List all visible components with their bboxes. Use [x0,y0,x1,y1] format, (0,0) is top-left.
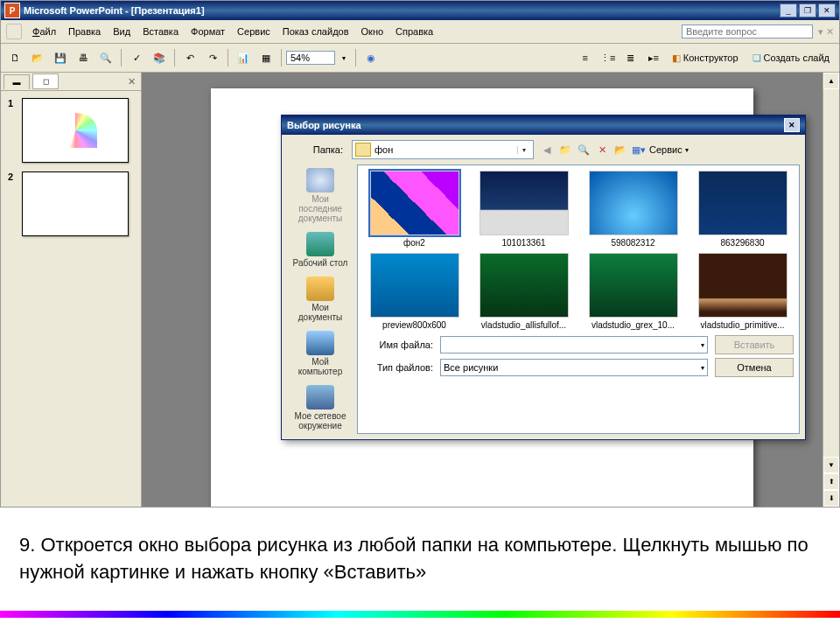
tools-menu[interactable]: Сервис [649,144,682,155]
help-icon[interactable]: ◉ [360,47,382,68]
slides-tab[interactable]: ◻ [32,74,59,89]
menu-help[interactable]: Справка [390,24,438,38]
cancel-button[interactable]: Отмена [715,358,794,377]
chart-icon[interactable]: 📊 [233,47,254,68]
menu-insert[interactable]: Вставка [137,24,184,38]
zoom-select[interactable]: 54% [286,51,335,65]
places-bar: Мои последние документы Рабочий стол Мои… [287,164,354,434]
current-slide[interactable]: Выбор рисунка ✕ Папка: фон ▾ [211,88,753,507]
decorative-bar [0,611,840,618]
titlebar: P Microsoft PowerPoint - [Презентация1] … [1,1,839,20]
print-icon[interactable]: 🖶 [73,47,94,68]
dialog-close-button[interactable]: ✕ [784,118,800,132]
increase-indent-icon[interactable]: ▸≡ [643,47,664,68]
file-item[interactable]: 863296830 [691,171,794,248]
new-icon[interactable]: 🗋 [4,47,25,68]
file-item[interactable]: vladstudio_grex_10... [582,253,684,330]
new-slide-button[interactable]: ❏Создать слайд [746,47,836,68]
dialog-title: Выбор рисунка [287,120,361,130]
app-name: Microsoft PowerPoint [24,5,122,16]
outline-tab[interactable]: ▬ [4,74,30,89]
new-folder-icon[interactable]: 📂 [612,142,628,158]
file-item[interactable]: 101013361 [472,171,575,248]
filename-input[interactable]: ▾ [440,336,708,354]
doc-name: [Презентация1] [131,5,205,16]
prev-slide-icon[interactable]: ⬆ [823,473,839,490]
file-item[interactable]: vladstudio_primitive... [691,253,794,330]
scroll-up-icon[interactable]: ▲ [823,73,839,89]
search-web-icon[interactable]: 🔍 [576,142,592,158]
number-list-icon[interactable]: ≣ [620,47,641,68]
powerpoint-window: P Microsoft PowerPoint - [Презентация1] … [0,0,840,508]
minimize-button[interactable]: _ [780,4,797,18]
bullet-list-icon[interactable]: ⋮≡ [598,47,619,68]
insert-button[interactable]: Вставить [715,335,794,354]
file-list: фон2 101013361 598082312 863296830 previ… [357,164,800,434]
menu-close-doc[interactable]: ▾ ✕ [818,26,834,38]
folder-icon [355,143,371,157]
place-desktop[interactable]: Рабочий стол [287,228,354,271]
help-search-input[interactable] [682,24,813,38]
menu-edit[interactable]: Правка [63,24,106,38]
save-icon[interactable]: 💾 [50,47,71,68]
place-computer[interactable]: Мой компьютер [287,327,354,380]
filetype-select[interactable]: Все рисунки▾ [440,359,708,376]
views-icon[interactable]: ▦▾ [631,142,647,158]
menu-view[interactable]: Вид [108,24,136,38]
menubar: ФФайлайл Правка Вид Вставка Формат Серви… [1,20,839,44]
instruction-text: 9. Откроется окно выбора рисунка из любо… [0,508,840,611]
insert-picture-dialog: Выбор рисунка ✕ Папка: фон ▾ [281,115,806,440]
preview-icon[interactable]: 🔍 [95,47,116,68]
scroll-down-icon[interactable]: ▼ [823,457,839,473]
open-icon[interactable]: 📂 [27,47,48,68]
slide-thumb-1[interactable]: 1 [8,98,134,163]
file-item[interactable]: фон2 [363,171,466,248]
dropdown-icon: ▾ [517,146,530,154]
slide-thumb-2[interactable]: 2 [8,172,134,236]
panel-close-icon[interactable]: ✕ [128,76,136,88]
slide-panel: ▬ ◻ ✕ 1 2 [1,73,142,507]
file-item[interactable]: vladstudio_allisfullof... [472,253,575,330]
redo-icon[interactable]: ↷ [202,47,223,68]
next-slide-icon[interactable]: ⬇ [823,490,839,507]
file-item[interactable]: 598082312 [582,171,684,248]
close-button[interactable]: ✕ [818,4,836,18]
menu-file[interactable]: ФФайлайл [27,24,61,38]
workspace: ▬ ◻ ✕ 1 2 Выбор рисунка [1,73,839,507]
place-recent[interactable]: Мои последние документы [287,164,354,227]
file-item[interactable]: preview800x600 [363,253,466,330]
research-icon[interactable]: 📚 [149,47,170,68]
align-left-icon[interactable]: ≡ [575,47,596,68]
back-icon[interactable]: ◀ [539,142,555,158]
menu-format[interactable]: Формат [186,24,230,38]
spellcheck-icon[interactable]: ✓ [126,47,147,68]
menu-window[interactable]: Окно [356,24,389,38]
filetype-label: Тип файлов: [363,362,433,373]
slide1-preview-icon [53,113,97,148]
designer-button[interactable]: ◧Конструктор [666,47,745,68]
standard-toolbar: 🗋 📂 💾 🖶 🔍 ✓ 📚 ↶ ↷ 📊 ▦ 54% ▾ ◉ ≡ ⋮≡ ≣ ▸≡ … [1,44,839,73]
menu-handle-icon [6,24,22,39]
menu-slideshow[interactable]: Показ слайдов [277,24,354,38]
folder-label: Папка: [287,144,346,155]
delete-icon[interactable]: ✕ [594,142,610,158]
vertical-scrollbar[interactable]: ▲ ▼ ⬆ ⬇ [822,73,839,507]
folder-select[interactable]: фон ▾ [352,140,534,159]
app-icon: P [4,3,20,18]
up-folder-icon[interactable]: 📁 [557,142,573,158]
place-documents[interactable]: Мои документы [287,273,354,326]
place-network[interactable]: Мое сетевое окружение [287,382,354,434]
slide-canvas: Выбор рисунка ✕ Папка: фон ▾ [142,73,822,507]
undo-icon[interactable]: ↶ [179,47,200,68]
table-icon[interactable]: ▦ [256,47,276,68]
filename-label: Имя файла: [363,340,433,350]
restore-button[interactable]: ❐ [799,4,816,18]
zoom-dropdown-icon[interactable]: ▾ [337,47,351,68]
menu-tools[interactable]: Сервис [232,24,276,38]
